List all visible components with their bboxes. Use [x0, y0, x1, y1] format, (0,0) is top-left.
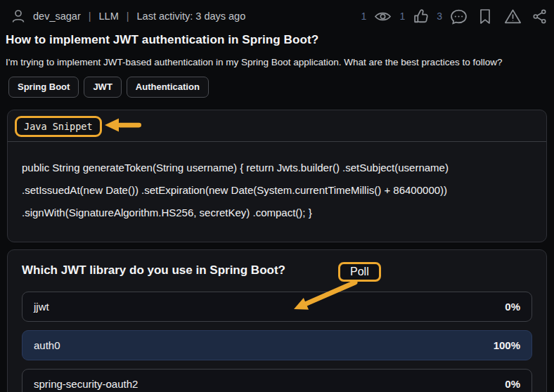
last-activity: Last activity: 3 days ago: [137, 11, 246, 22]
code-snippet-text: public String generateToken(String usern…: [8, 142, 546, 242]
tag-spring-boot[interactable]: Spring Boot: [8, 77, 79, 98]
thumbs-up-icon[interactable]: [413, 8, 429, 24]
poll-card: Which JWT library do you use in Spring B…: [7, 249, 547, 392]
poll-option-label: auth0: [34, 339, 60, 351]
poll-option-auth0[interactable]: auth0 100%: [22, 330, 532, 360]
annotation-arrow-left-icon: [103, 116, 144, 137]
post-description: I'm trying to implement JWT-based authen…: [6, 57, 547, 67]
annotation-arrow-diagonal-icon: [285, 278, 364, 318]
poll-option-spring-security-oauth2[interactable]: spring-security-oauth2 0%: [22, 369, 532, 392]
bookmark-icon: [478, 8, 492, 25]
poll-option-percent: 0%: [505, 378, 520, 390]
poll-question: Which JWT library do you use in Spring B…: [22, 263, 532, 277]
post-header-bar: dev_sagar | LLM | Last activity: 3 days …: [0, 0, 554, 31]
poll-option-label: jjwt: [34, 301, 49, 313]
author-meta: dev_sagar | LLM | Last activity: 3 days …: [10, 8, 245, 25]
comment-count: 3: [437, 11, 442, 22]
post-stats: 1 1 3: [361, 8, 547, 25]
share-icon: [532, 8, 547, 25]
category-label: LLM: [99, 11, 119, 22]
like-count: 1: [399, 11, 405, 22]
poll-option-list: jjwt 0% auth0 100% spring-security-oauth…: [22, 292, 532, 392]
poll-option-label: spring-security-oauth2: [34, 378, 138, 390]
report-button[interactable]: [504, 8, 522, 24]
poll-option-jjwt[interactable]: jjwt 0%: [22, 292, 532, 322]
separator: |: [87, 11, 93, 22]
code-card-header: Java Snippet: [8, 110, 546, 142]
tag-list: Spring Boot JWT Authentication: [8, 77, 554, 98]
comment-icon[interactable]: [450, 8, 468, 25]
view-count: 1: [361, 11, 367, 22]
tag-authentication[interactable]: Authentication: [127, 77, 209, 98]
code-snippet-card: Java Snippet public String generateToken…: [7, 110, 547, 242]
bookmark-button[interactable]: [478, 8, 492, 25]
username[interactable]: dev_sagar: [33, 11, 81, 22]
post-title: How to implement JWT authentication in S…: [6, 33, 547, 47]
poll-option-percent: 100%: [494, 339, 520, 351]
eye-icon: [374, 10, 392, 23]
separator: |: [125, 11, 131, 22]
code-snippet-label-annotated: Java Snippet: [15, 116, 102, 137]
poll-option-percent: 0%: [505, 301, 520, 313]
share-button[interactable]: [532, 8, 547, 25]
user-avatar-icon: [10, 8, 27, 25]
tag-jwt[interactable]: JWT: [84, 77, 121, 98]
report-warning-icon: [504, 8, 522, 24]
